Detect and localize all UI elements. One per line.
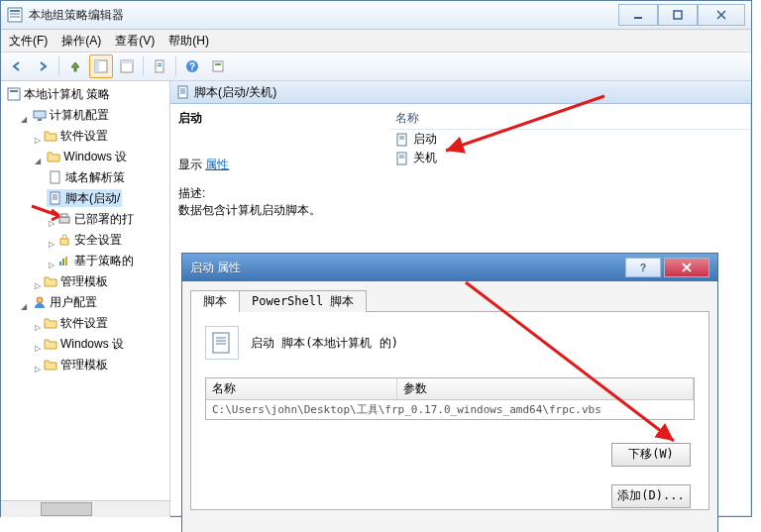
script-path: C:\Users\john\Desktop\工具\frp_0.17.0_wind… bbox=[206, 400, 694, 419]
menu-help[interactable]: 帮助(H) bbox=[168, 33, 209, 50]
folder-icon bbox=[44, 358, 57, 372]
move-down-button[interactable]: 下移(W) bbox=[611, 443, 691, 467]
tree-label: 用户配置 bbox=[50, 293, 97, 311]
tab-scripts[interactable]: 脚本 bbox=[190, 290, 240, 312]
expander-icon[interactable]: ◢ bbox=[33, 158, 42, 166]
tree-user-windows[interactable]: Windows 设 bbox=[42, 335, 126, 353]
svg-rect-25 bbox=[60, 239, 68, 245]
svg-rect-24 bbox=[61, 214, 67, 217]
svg-rect-30 bbox=[178, 86, 187, 98]
dialog-help-button[interactable]: ? bbox=[625, 258, 661, 277]
tree-security[interactable]: 安全设置 bbox=[55, 231, 124, 249]
properties-link[interactable]: 属性 bbox=[205, 158, 229, 171]
show-label: 显示 bbox=[178, 158, 202, 171]
tabset: 脚本 PowerShell 脚本 bbox=[190, 289, 709, 312]
svg-rect-4 bbox=[634, 17, 642, 19]
svg-rect-28 bbox=[65, 257, 67, 266]
back-button[interactable] bbox=[5, 54, 29, 78]
svg-text:?: ? bbox=[189, 61, 195, 72]
tree-root[interactable]: 本地计算机 策略 bbox=[5, 85, 112, 103]
separator bbox=[175, 56, 176, 76]
desc-text: 数据包含计算机启动脚本。 bbox=[178, 203, 321, 217]
expander-icon[interactable]: ▷ bbox=[47, 220, 55, 229]
tab-powershell[interactable]: PowerShell 脚本 bbox=[239, 290, 367, 312]
expander-icon[interactable]: ◢ bbox=[19, 116, 28, 125]
tree-label: 已部署的打 bbox=[74, 210, 134, 228]
content-title: 脚本(启动/关机) bbox=[194, 84, 276, 101]
expander-icon[interactable]: ▷ bbox=[47, 241, 55, 250]
table-row[interactable]: C:\Users\john\Desktop\工具\frp_0.17.0_wind… bbox=[206, 400, 694, 419]
expander-icon[interactable]: ▷ bbox=[47, 262, 55, 270]
table-header: 名称 参数 bbox=[206, 378, 694, 400]
close-button[interactable] bbox=[698, 4, 745, 26]
tree-label: 软件设置 bbox=[60, 127, 108, 145]
svg-rect-5 bbox=[674, 11, 682, 19]
tree-software-settings[interactable]: 软件设置 bbox=[42, 127, 110, 145]
minimize-button[interactable] bbox=[618, 4, 658, 26]
tree-label: 脚本(启动/ bbox=[65, 189, 120, 207]
tree-deployed[interactable]: 已部署的打 bbox=[55, 210, 136, 228]
tree-scrollbar[interactable] bbox=[1, 500, 169, 517]
separator bbox=[58, 56, 59, 76]
tree-user-admin[interactable]: 管理模板 bbox=[42, 356, 110, 373]
svg-rect-31 bbox=[397, 134, 406, 146]
dialog-titlebar: 启动 属性 ? bbox=[182, 254, 717, 281]
menu-file[interactable]: 文件(F) bbox=[9, 33, 48, 50]
dialog-close-button[interactable] bbox=[664, 258, 709, 277]
filter-button[interactable] bbox=[206, 54, 230, 78]
doc-icon bbox=[49, 170, 62, 184]
window-title: 本地组策略编辑器 bbox=[29, 7, 618, 24]
menu-view[interactable]: 查看(V) bbox=[115, 33, 155, 50]
scroll-thumb[interactable] bbox=[41, 502, 92, 516]
svg-rect-32 bbox=[397, 153, 406, 164]
tree-label: Windows 设 bbox=[60, 335, 124, 353]
col-param[interactable]: 参数 bbox=[397, 378, 694, 399]
svg-rect-27 bbox=[62, 259, 64, 266]
app-icon bbox=[7, 7, 23, 23]
maximize-button[interactable] bbox=[658, 4, 698, 26]
expander-icon[interactable]: ▷ bbox=[33, 366, 42, 374]
tree-dns[interactable]: 域名解析策 bbox=[47, 168, 127, 186]
help-button[interactable]: ? bbox=[180, 54, 204, 78]
forward-button[interactable] bbox=[31, 54, 54, 78]
menu-action[interactable]: 操作(A) bbox=[61, 33, 101, 50]
tree-label: 域名解析策 bbox=[65, 168, 125, 186]
expander-icon[interactable]: ▷ bbox=[33, 345, 42, 354]
folder-icon bbox=[44, 337, 57, 351]
detail-view-button[interactable] bbox=[115, 54, 139, 78]
user-icon bbox=[33, 295, 47, 309]
tree-pane: 本地计算机 策略 ◢ 计算机配置 ▷软件设置 ◢ Windows 设 bbox=[1, 81, 170, 517]
policy-icon bbox=[7, 87, 21, 101]
svg-text:?: ? bbox=[640, 263, 646, 272]
tree-admin-templates[interactable]: 管理模板 bbox=[42, 272, 110, 290]
add-button[interactable]: 添加(D)... bbox=[611, 484, 691, 508]
tree-computer-config[interactable]: 计算机配置 bbox=[31, 106, 111, 124]
svg-rect-26 bbox=[59, 262, 61, 266]
svg-rect-17 bbox=[8, 88, 20, 100]
expander-icon[interactable]: ◢ bbox=[19, 303, 28, 312]
svg-rect-34 bbox=[213, 333, 229, 353]
tree-label: 管理模板 bbox=[60, 356, 108, 373]
expander-icon[interactable]: ▷ bbox=[33, 282, 42, 291]
tree-policy-based[interactable]: 基于策略的 bbox=[55, 252, 136, 269]
svg-rect-19 bbox=[34, 111, 46, 118]
column-name[interactable]: 名称 bbox=[389, 108, 751, 130]
expander-icon[interactable]: ▷ bbox=[33, 137, 42, 146]
properties-button[interactable] bbox=[148, 54, 171, 78]
tree-user-software[interactable]: 软件设置 bbox=[42, 314, 110, 332]
svg-rect-18 bbox=[10, 90, 18, 92]
up-button[interactable] bbox=[63, 54, 87, 78]
list-view-button[interactable] bbox=[89, 54, 113, 78]
svg-rect-22 bbox=[51, 192, 59, 204]
svg-rect-2 bbox=[10, 13, 20, 15]
list-item-startup[interactable]: 启动 bbox=[389, 130, 751, 149]
list-item-shutdown[interactable]: 关机 bbox=[389, 149, 751, 167]
tree-label: 本地计算机 策略 bbox=[24, 85, 110, 103]
tree-windows-settings[interactable]: Windows 设 bbox=[45, 148, 129, 165]
tree-scripts[interactable]: 脚本(启动/ bbox=[47, 189, 122, 207]
col-name[interactable]: 名称 bbox=[206, 378, 397, 399]
content-header: 脚本(启动/关机) bbox=[170, 81, 751, 104]
tree-user-config[interactable]: 用户配置 bbox=[31, 293, 99, 311]
expander-icon[interactable]: ▷ bbox=[33, 324, 42, 333]
svg-rect-16 bbox=[215, 63, 221, 65]
